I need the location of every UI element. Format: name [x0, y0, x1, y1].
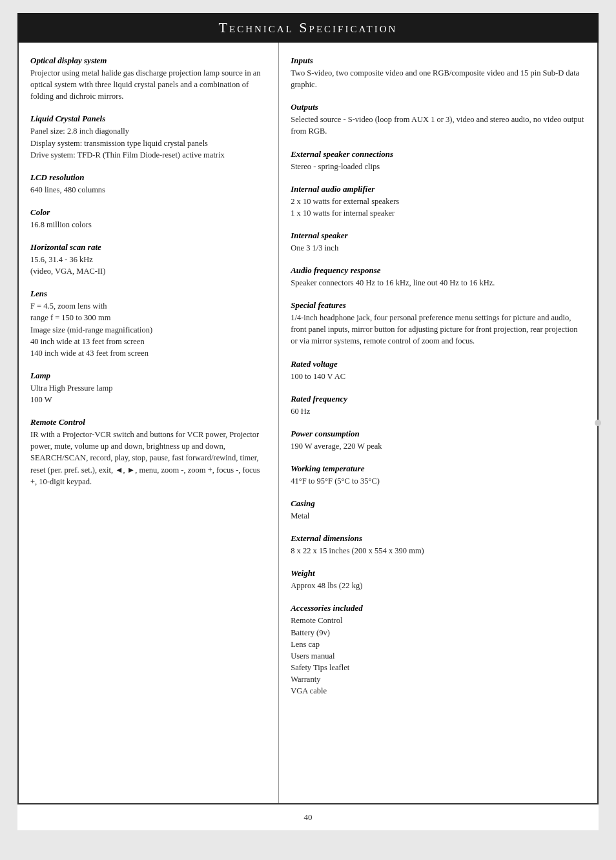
spec-title: Outputs — [291, 102, 586, 112]
spec-section: Rated voltage100 to 140 V AC — [291, 359, 586, 382]
spec-title: External speaker connections — [291, 149, 586, 159]
spec-section: LampUltra High Pressure lamp 100 W — [30, 371, 267, 405]
spec-body: 640 lines, 480 columns — [30, 184, 267, 196]
spec-body: Approx 48 lbs (22 kg) — [291, 580, 586, 591]
spec-section: Color16.8 million colors — [30, 207, 267, 230]
spec-title: Lamp — [30, 371, 267, 381]
page-title: Technical Specification — [30, 19, 586, 36]
spec-section: Optical display systemProjector using me… — [30, 56, 267, 102]
spec-title: Color — [30, 207, 267, 218]
spec-title: Liquid Crystal Panels — [30, 114, 267, 124]
spec-section: Special features1/4-inch headphone jack,… — [291, 300, 586, 347]
spec-section: CasingMetal — [291, 498, 586, 522]
spec-section: Rated frequency60 Hz — [291, 394, 586, 417]
spec-section: InputsTwo S-video, two composite video a… — [291, 56, 586, 90]
page-header: Technical Specification — [17, 13, 599, 43]
spec-title: Rated voltage — [291, 359, 586, 369]
left-column: Optical display systemProjector using me… — [19, 43, 279, 803]
spec-title: Inputs — [291, 56, 586, 66]
spec-title: Internal audio amplifier — [291, 184, 586, 194]
spec-section: Internal speakerOne 3 1/3 inch — [291, 230, 586, 254]
spec-body: Two S-video, two composite video and one… — [291, 67, 586, 90]
dot-indicator — [595, 420, 601, 426]
spec-section: LCD resolution640 lines, 480 columns — [30, 172, 267, 196]
content-area: Optical display systemProjector using me… — [17, 43, 599, 804]
spec-body: Projector using metal halide gas dischar… — [30, 67, 267, 102]
spec-section: WeightApprox 48 lbs (22 kg) — [291, 568, 586, 591]
spec-body: 16.8 million colors — [30, 219, 267, 230]
spec-body: Speaker connectors 40 Hz to 16 kHz, line… — [291, 277, 586, 289]
spec-title: Internal speaker — [291, 230, 586, 241]
page: Technical Specification Optical display … — [17, 13, 599, 830]
spec-title: Power consumption — [291, 429, 586, 439]
spec-body: One 3 1/3 inch — [291, 242, 586, 254]
spec-title: Audio frequency response — [291, 265, 586, 276]
spec-title: Rated frequency — [291, 394, 586, 404]
spec-section: Remote ControlIR with a Projector-VCR sw… — [30, 417, 267, 487]
spec-title: Casing — [291, 498, 586, 509]
spec-title: Accessories included — [291, 603, 586, 613]
spec-body: Metal — [291, 510, 586, 522]
spec-title: Remote Control — [30, 417, 267, 427]
spec-section: LensF = 4.5, zoom lens with range f = 15… — [30, 289, 267, 359]
spec-body: 1/4-inch headphone jack, four personal p… — [291, 312, 586, 347]
right-column: InputsTwo S-video, two composite video a… — [279, 43, 597, 803]
spec-body: Ultra High Pressure lamp 100 W — [30, 382, 267, 405]
spec-body: Stereo - spring-loaded clips — [291, 161, 586, 172]
spec-body: Remote Control Battery (9v) Lens cap Use… — [291, 615, 586, 697]
spec-title: Special features — [291, 300, 586, 311]
spec-section: External dimensions8 x 22 x 15 inches (2… — [291, 533, 586, 557]
spec-body: 41°F to 95°F (5°C to 35°C) — [291, 475, 586, 487]
spec-body: 190 W average, 220 W peak — [291, 440, 586, 452]
spec-section: Audio frequency responseSpeaker connecto… — [291, 265, 586, 289]
spec-title: Optical display system — [30, 56, 267, 66]
spec-body: 8 x 22 x 15 inches (200 x 554 x 390 mm) — [291, 545, 586, 557]
spec-body: 15.6, 31.4 - 36 kHz (video, VGA, MAC-II) — [30, 254, 267, 277]
spec-section: Accessories includedRemote Control Batte… — [291, 603, 586, 697]
spec-title: External dimensions — [291, 533, 586, 544]
spec-section: Liquid Crystal PanelsPanel size: 2.8 inc… — [30, 114, 267, 160]
spec-title: Working temperature — [291, 464, 586, 474]
spec-title: Weight — [291, 568, 586, 578]
page-number: 40 — [17, 804, 599, 830]
spec-section: Working temperature41°F to 95°F (5°C to … — [291, 464, 586, 487]
spec-section: Power consumption190 W average, 220 W pe… — [291, 429, 586, 452]
spec-section: OutputsSelected source - S-video (loop f… — [291, 102, 586, 137]
spec-section: Horizontal scan rate15.6, 31.4 - 36 kHz … — [30, 242, 267, 277]
spec-body: Selected source - S-video (loop from AUX… — [291, 114, 586, 137]
spec-body: F = 4.5, zoom lens with range f = 150 to… — [30, 300, 267, 359]
spec-title: Horizontal scan rate — [30, 242, 267, 252]
spec-title: LCD resolution — [30, 172, 267, 183]
spec-body: 60 Hz — [291, 405, 586, 417]
spec-body: 100 to 140 V AC — [291, 371, 586, 382]
spec-title: Lens — [30, 289, 267, 299]
spec-body: Panel size: 2.8 inch diagonally Display … — [30, 125, 267, 160]
spec-section: Internal audio amplifier2 x 10 watts for… — [291, 184, 586, 219]
spec-body: IR with a Projector-VCR switch and butto… — [30, 429, 267, 487]
spec-section: External speaker connectionsStereo - spr… — [291, 149, 586, 172]
spec-body: 2 x 10 watts for external speakers 1 x 1… — [291, 196, 586, 219]
